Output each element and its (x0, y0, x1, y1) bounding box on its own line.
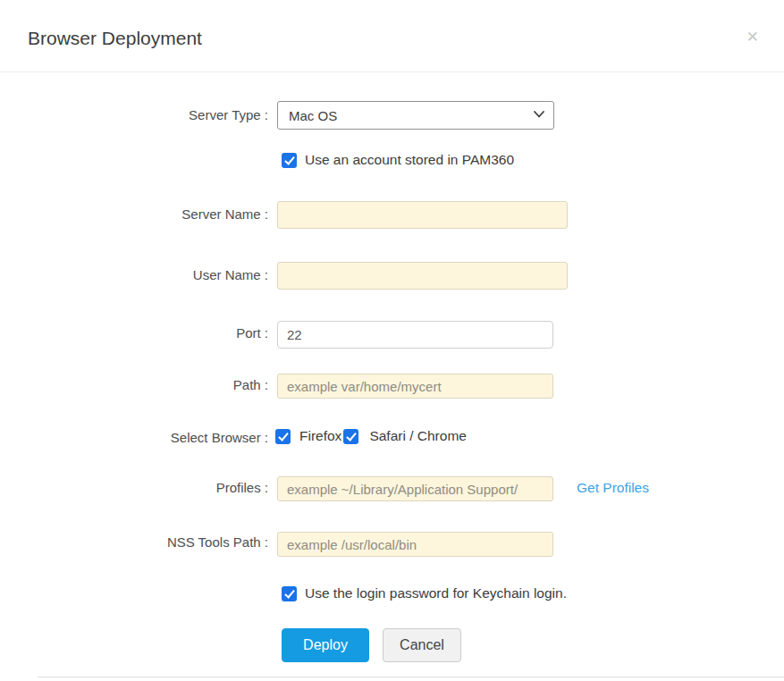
select-browser-label: Select Browser : (0, 429, 268, 447)
server-type-label: Server Type : (0, 106, 268, 124)
keychain-row: Use the login password for Keychain logi… (282, 585, 567, 601)
user-name-label: User Name : (0, 266, 268, 284)
safari-chrome-checkbox[interactable] (343, 429, 358, 444)
get-profiles-link[interactable]: Get Profiles (577, 480, 649, 496)
close-icon[interactable]: ✕ (746, 29, 759, 45)
port-input[interactable] (277, 321, 553, 349)
cancel-button[interactable]: Cancel (383, 628, 461, 662)
keychain-checkbox[interactable] (282, 586, 297, 601)
firefox-checkbox[interactable] (275, 429, 291, 444)
browser-deployment-dialog: Browser Deployment ✕ Server Type : Mac O… (0, 0, 784, 681)
select-browser-row: Firefox Safari / Chrome (275, 428, 467, 444)
server-type-select-wrap: Mac OS (277, 101, 554, 130)
profiles-label: Profiles : (0, 479, 268, 497)
port-label: Port : (0, 324, 268, 342)
path-input[interactable] (277, 374, 553, 399)
firefox-label: Firefox (299, 428, 341, 444)
pam-account-row: Use an account stored in PAM360 (282, 152, 514, 168)
header-divider (0, 71, 784, 72)
user-name-input[interactable] (277, 262, 568, 290)
pam-account-label: Use an account stored in PAM360 (305, 152, 514, 168)
server-type-select[interactable]: Mac OS (277, 101, 554, 130)
pam-account-checkbox[interactable] (282, 153, 297, 168)
keychain-label: Use the login password for Keychain logi… (305, 585, 567, 601)
nss-tools-path-input[interactable] (277, 532, 553, 557)
server-name-label: Server Name : (0, 206, 268, 223)
safari-chrome-label: Safari / Chrome (369, 428, 467, 444)
nss-tools-path-label: NSS Tools Path : (0, 534, 268, 551)
server-name-input[interactable] (277, 201, 568, 229)
deploy-button[interactable]: Deploy (282, 628, 369, 662)
dialog-title: Browser Deployment (28, 28, 202, 49)
footer-divider (38, 677, 784, 677)
path-label: Path : (0, 376, 268, 394)
profiles-input[interactable] (277, 476, 553, 501)
